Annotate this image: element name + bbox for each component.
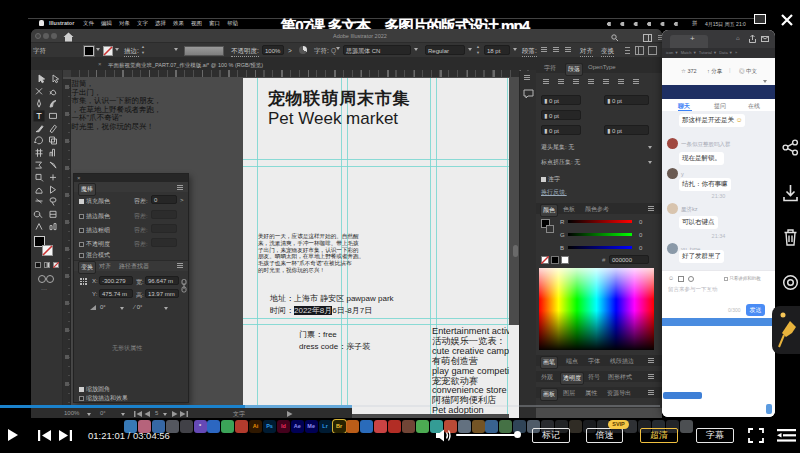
svg-text:T: T bbox=[36, 111, 42, 121]
